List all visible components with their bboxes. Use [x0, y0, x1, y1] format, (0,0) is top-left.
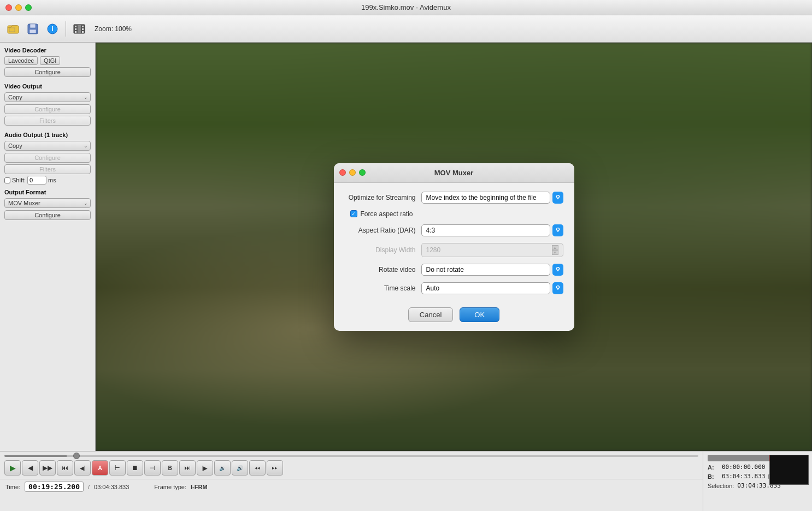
prev-frame-button[interactable]: ⊢	[109, 460, 126, 476]
display-width-row: Display Width 1280 ▲ ▼	[345, 243, 563, 257]
skip-back-button[interactable]: ⏮	[57, 460, 73, 476]
time-scale-select-wrap	[421, 282, 563, 294]
force-aspect-label: Force aspect ratio	[361, 210, 413, 218]
rewind-button[interactable]: ◀	[22, 460, 38, 476]
info-icon[interactable]: i	[44, 20, 61, 38]
dialog-close-button[interactable]	[339, 169, 346, 176]
rotate-label: Rotate video	[345, 266, 416, 274]
optimize-dropdown-button[interactable]	[552, 192, 563, 204]
aspect-ratio-select-wrap	[421, 224, 563, 236]
svg-rect-11	[82, 26, 84, 27]
audio-right-button[interactable]: ▸▸	[267, 460, 283, 476]
ok-button[interactable]: OK	[460, 307, 499, 322]
ms-label: ms	[48, 177, 56, 183]
shift-label: Shift:	[12, 177, 26, 183]
dialog-max-button[interactable]	[359, 169, 366, 176]
close-button[interactable]	[5, 4, 12, 11]
preview-thumbnail	[769, 455, 809, 485]
vol-down-button[interactable]: 🔉	[214, 460, 231, 476]
titlebar-buttons	[5, 4, 32, 11]
maximize-button[interactable]	[25, 4, 32, 11]
output-format-select-wrapper: MOV Muxer ⌄	[4, 198, 91, 208]
video-filters-button: Filters	[4, 116, 91, 126]
svg-rect-3	[30, 24, 36, 28]
decoder-row: Lavcodec QtGI	[4, 56, 91, 65]
video-decoder-configure-button[interactable]: Configure	[4, 67, 91, 77]
save-icon[interactable]	[24, 20, 42, 38]
vol-up-button[interactable]: 🔊	[232, 460, 248, 476]
sidebar: Video Decoder Lavcodec QtGI Configure Vi…	[0, 43, 96, 451]
step-forward-button[interactable]: |▶	[197, 460, 213, 476]
svg-rect-12	[82, 28, 84, 30]
dialog-titlebar-buttons	[339, 169, 366, 176]
transport-row: ▶ ◀ ▶▶ ⏮ ◀| A ⊢ ⏹ ⊣ B ⏭ |▶ 🔉 🔊 ◂◂ ▸▸	[0, 457, 703, 479]
audio-output-title: Audio Output (1 track)	[4, 132, 91, 138]
svg-rect-13	[82, 31, 84, 33]
svg-rect-9	[75, 28, 77, 30]
step-back-button[interactable]: ◀|	[74, 460, 91, 476]
play-green-button[interactable]: ▶	[4, 460, 21, 476]
cancel-button[interactable]: Cancel	[408, 307, 453, 322]
rotate-row: Rotate video	[345, 264, 563, 276]
next-frame-button[interactable]: ⊣	[144, 460, 161, 476]
aspect-ratio-row: Aspect Ratio (DAR)	[345, 224, 563, 236]
shift-checkbox[interactable]	[4, 177, 10, 183]
main-layout: Video Decoder Lavcodec QtGI Configure Vi…	[0, 43, 812, 451]
bottom-section: ▶ ◀ ▶▶ ⏮ ◀| A ⊢ ⏹ ⊣ B ⏭ |▶ 🔉 🔊 ◂◂ ▸▸ Tim…	[0, 451, 812, 511]
audio-left-button[interactable]: ◂◂	[249, 460, 266, 476]
time-scale-label: Time scale	[345, 284, 416, 292]
audio-filters-button: Filters	[4, 164, 91, 174]
open-icon[interactable]	[4, 20, 22, 38]
timecode-a-label: A:	[708, 464, 719, 471]
frame-type-value: I-FRM	[191, 484, 208, 490]
qtgi-button[interactable]: QtGI	[40, 56, 60, 65]
filmstrip-icon[interactable]	[70, 20, 88, 38]
bottom-main-row: ▶ ◀ ▶▶ ⏮ ◀| A ⊢ ⏹ ⊣ B ⏭ |▶ 🔉 🔊 ◂◂ ▸▸ Tim…	[0, 451, 812, 511]
svg-rect-8	[75, 26, 77, 27]
aspect-ratio-input	[421, 224, 550, 236]
video-output-select[interactable]: Copy	[4, 92, 91, 102]
mark-b-button[interactable]: B	[162, 460, 178, 476]
minimize-button[interactable]	[15, 4, 22, 11]
scrubber-row	[0, 451, 703, 457]
timecode-b-value: 03:04:33.833	[722, 473, 765, 480]
rotate-dropdown-button[interactable]	[552, 264, 563, 276]
stop-button[interactable]: ⏹	[127, 460, 143, 476]
aspect-ratio-dropdown-button[interactable]	[552, 224, 563, 236]
toolbar: i Zoom: 100%	[0, 15, 812, 43]
audio-output-select-wrapper: Copy ⌄	[4, 141, 91, 151]
rotate-input	[421, 264, 550, 276]
svg-text:i: i	[51, 25, 53, 33]
output-format-select[interactable]: MOV Muxer	[4, 198, 91, 208]
svg-rect-4	[30, 29, 36, 33]
force-aspect-checkbox[interactable]: ✓	[350, 210, 357, 217]
shift-input[interactable]	[27, 176, 46, 185]
status-row: Time: 00:19:25.200 / 03:04:33.833 Frame …	[0, 479, 703, 494]
lavcodec-button[interactable]: Lavcodec	[4, 56, 38, 65]
dialog-body: Optimize for Streaming ✓ Force aspect ra…	[334, 183, 574, 303]
timecode-a-value: 00:00:00.000	[722, 464, 765, 471]
window-title: 199x.Simko.mov - Avidemux	[361, 3, 451, 11]
svg-rect-10	[75, 31, 77, 33]
dialog-min-button[interactable]	[349, 169, 356, 176]
display-width-spinner: ▲ ▼	[552, 245, 558, 255]
mov-muxer-dialog: MOV Muxer Optimize for Streaming	[334, 163, 574, 331]
frame-type-label: Frame type:	[154, 484, 186, 490]
format-configure-button[interactable]: Configure	[4, 210, 91, 220]
video-output-select-wrapper: Copy ⌄	[4, 92, 91, 102]
time-scale-input	[421, 282, 550, 294]
dialog-titlebar: MOV Muxer	[334, 163, 574, 183]
mark-a-button[interactable]: A	[92, 460, 108, 476]
bottom-controls: ▶ ◀ ▶▶ ⏮ ◀| A ⊢ ⏹ ⊣ B ⏭ |▶ 🔉 🔊 ◂◂ ▸▸ Tim…	[0, 451, 703, 511]
fast-forward-button[interactable]: ▶▶	[39, 460, 56, 476]
audio-output-select[interactable]: Copy	[4, 141, 91, 151]
optimize-label: Optimize for Streaming	[345, 194, 416, 201]
skip-forward-button[interactable]: ⏭	[179, 460, 196, 476]
dialog-overlay: MOV Muxer Optimize for Streaming	[96, 43, 812, 451]
time-scale-dropdown-button[interactable]	[552, 282, 563, 294]
output-format-title: Output Format	[4, 189, 91, 195]
video-output-title: Video Output	[4, 83, 91, 90]
spin-up: ▲	[552, 245, 558, 250]
dialog-title: MOV Muxer	[434, 169, 474, 177]
bottom-right-info: A: 00:00:00.000 B: 03:04:33.833 Selectio…	[703, 451, 812, 511]
